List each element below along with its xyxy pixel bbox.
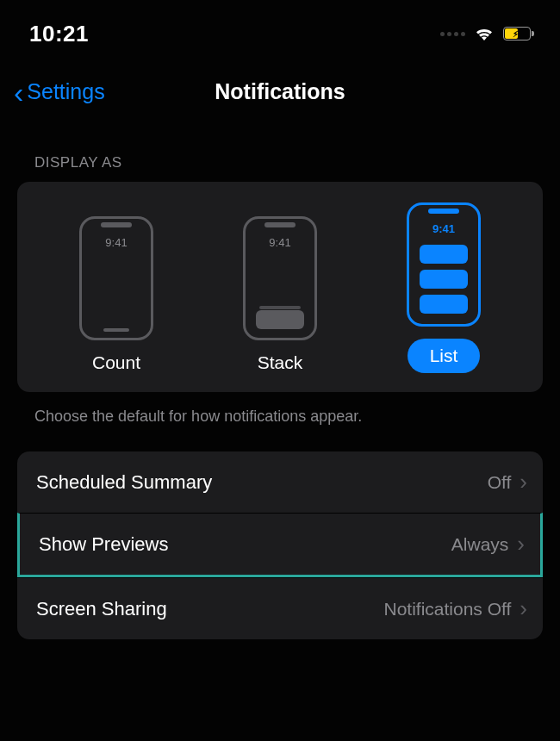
- status-bar: 10:21 ⚡︎: [0, 0, 560, 55]
- nav-bar: ‹ Settings Notifications: [0, 55, 560, 115]
- settings-list: Scheduled Summary Off › Show Previews Al…: [17, 451, 543, 639]
- option-label: Stack: [258, 352, 303, 373]
- notifications-settings-screen: 10:21 ⚡︎ ‹ Settings Notifications DISPLA…: [0, 0, 560, 741]
- helper-text: Choose the default for how notifications…: [0, 392, 560, 451]
- phone-preview-list: 9:41: [407, 202, 481, 327]
- charging-bolt-icon: ⚡︎: [513, 29, 519, 39]
- row-label: Show Previews: [39, 533, 168, 556]
- row-label: Scheduled Summary: [36, 471, 212, 494]
- chevron-right-icon: ›: [520, 595, 527, 622]
- back-button[interactable]: ‹ Settings: [14, 79, 105, 104]
- section-header-display-as: DISPLAY AS: [0, 115, 560, 182]
- status-indicators: ⚡︎: [440, 26, 531, 41]
- row-value: Off: [488, 472, 512, 493]
- page-title: Notifications: [215, 79, 345, 104]
- status-time: 10:21: [29, 21, 89, 47]
- option-label-selected: List: [408, 339, 481, 373]
- chevron-right-icon: ›: [520, 469, 527, 495]
- phone-preview-count: 9:41: [79, 216, 153, 340]
- wifi-icon: [474, 26, 495, 41]
- battery-icon: ⚡︎: [503, 27, 531, 40]
- display-option-list[interactable]: 9:41 List: [383, 202, 504, 373]
- display-option-stack[interactable]: 9:41 Stack: [220, 216, 340, 373]
- row-show-previews[interactable]: Show Previews Always ›: [17, 513, 543, 577]
- display-option-count[interactable]: 9:41 Count: [56, 216, 177, 373]
- phone-preview-stack: 9:41: [243, 216, 317, 340]
- back-label: Settings: [27, 79, 104, 104]
- row-value: Always: [451, 534, 509, 555]
- option-label: Count: [92, 352, 140, 373]
- chevron-right-icon: ›: [517, 531, 525, 557]
- row-screen-sharing[interactable]: Screen Sharing Notifications Off ›: [17, 577, 543, 639]
- row-scheduled-summary[interactable]: Scheduled Summary Off ›: [17, 451, 543, 513]
- row-value: Notifications Off: [383, 599, 511, 620]
- page-dots: [440, 32, 465, 36]
- display-as-card: 9:41 Count 9:41 Stack 9:41: [17, 182, 543, 392]
- row-label: Screen Sharing: [36, 598, 167, 620]
